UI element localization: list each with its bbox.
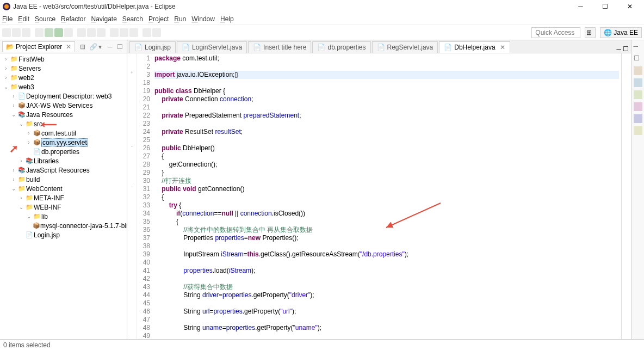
tree-twisty-icon[interactable]: › [10, 167, 17, 173]
forward-button[interactable] [152, 28, 161, 37]
tree-item[interactable]: ›📦JAX-WS Web Services [0, 101, 127, 110]
project-explorer-tab[interactable]: 📂 Project Explorer ✕ [2, 41, 75, 52]
tree-twisty-icon[interactable]: ⌄ [17, 204, 25, 210]
tree-item[interactable]: ⌄📁WEB-INF [0, 202, 127, 212]
restore-icon[interactable]: ☐ [634, 54, 642, 63]
new-class-button[interactable] [97, 28, 106, 37]
marker-gutter[interactable]: +-- [127, 53, 137, 339]
tree-item[interactable]: ›📁META-INF [0, 193, 127, 202]
tree-item[interactable]: ›📁Servers [0, 64, 127, 73]
menu-source[interactable]: Source [35, 15, 55, 23]
editor-tab[interactable]: 📄Login.jsp [129, 41, 176, 53]
editor-tab[interactable]: 📄LoginServlet.java [177, 41, 247, 53]
tree-item[interactable]: ›📁web2 [0, 73, 127, 82]
line-number-gutter[interactable]: 1231819202122232425262728293031323334353… [137, 53, 152, 339]
build-button[interactable] [35, 28, 44, 37]
tree-item[interactable]: ⌄📁WebContent [0, 184, 127, 193]
tree-item[interactable]: 📄db.properties [0, 147, 127, 156]
tree-twisty-icon[interactable]: › [25, 130, 33, 136]
maximize-button[interactable]: ☐ [593, 1, 617, 13]
view-menu-icon[interactable]: ▾ [98, 43, 106, 51]
servers-icon[interactable] [634, 90, 642, 99]
tree-item[interactable]: ›📚JavaScript Resources [0, 165, 127, 175]
new-server-button[interactable] [77, 28, 86, 37]
project-tree[interactable]: ⟵ ➚ ›📁FirstWeb›📁Servers›📁web2⌄📁web3›📄Dep… [0, 53, 127, 339]
minimize-view-icon[interactable]: ─ [108, 43, 115, 51]
tree-twisty-icon[interactable]: ⌄ [10, 186, 17, 192]
editor-tab[interactable]: 📄DbHelper.java✕ [439, 41, 510, 53]
tree-twisty-icon[interactable]: ⌄ [2, 84, 10, 90]
tree-item[interactable]: ⌄📁src [0, 119, 127, 128]
maximize-view-icon[interactable]: ☐ [117, 43, 125, 51]
run-button[interactable] [54, 28, 63, 37]
editor-tab[interactable]: 📄db.properties [312, 41, 370, 53]
tree-twisty-icon[interactable]: › [17, 158, 25, 164]
maximize-editor-icon[interactable]: ☐ [623, 45, 629, 53]
tree-item[interactable]: 📄Login.jsp [0, 230, 127, 240]
eclipse-icon [2, 2, 11, 11]
editor-tab[interactable]: 📄RegServlet.java [372, 41, 438, 53]
tree-item[interactable]: ⌄📚Java Resources [0, 110, 127, 119]
tree-twisty-icon[interactable]: › [10, 93, 17, 99]
tree-twisty-icon[interactable]: ⌄ [10, 112, 17, 118]
tree-twisty-icon[interactable]: › [25, 139, 33, 145]
menu-search[interactable]: Search [122, 15, 143, 23]
menu-run[interactable]: Run [174, 15, 186, 23]
tree-item-label: Java Resources [26, 111, 73, 119]
tree-item[interactable]: ›📁FirstWeb [0, 54, 127, 64]
tree-item[interactable]: ⌄📁lib [0, 212, 127, 221]
open-perspective-button[interactable]: ⊞ [585, 27, 596, 38]
tree-item[interactable]: ›📚Libraries [0, 156, 127, 165]
minimize-button[interactable]: ─ [568, 1, 593, 13]
menu-file[interactable]: File [2, 15, 13, 23]
perspective-javaee[interactable]: 🌐 Java EE [600, 27, 642, 38]
tree-item[interactable]: ›📁build [0, 175, 127, 184]
close-view-icon[interactable]: ✕ [66, 43, 71, 51]
debug-button[interactable] [45, 28, 53, 37]
save-all-button[interactable] [22, 28, 30, 37]
tree-twisty-icon[interactable]: › [10, 102, 17, 108]
close-tab-icon[interactable]: ✕ [500, 44, 505, 51]
save-button[interactable] [12, 28, 21, 37]
tree-twisty-icon[interactable]: ⌄ [25, 213, 33, 219]
file-icon: 📄 [253, 44, 261, 51]
tree-item[interactable]: ›📦com.test.util [0, 128, 127, 138]
tree-item[interactable]: ›📦com.yyy.servlet [0, 138, 127, 147]
close-button[interactable]: ✕ [617, 1, 642, 13]
tree-item[interactable]: ⌄📁web3 [0, 82, 127, 91]
tree-item[interactable]: 📦mysql-connector-java-5.1.7-bin.ja [0, 221, 127, 230]
editor-tab[interactable]: 📄Insert title here [248, 41, 311, 53]
menu-refactor[interactable]: Refactor [61, 15, 85, 23]
collapse-all-icon[interactable]: ⊟ [80, 43, 88, 51]
annotation-button[interactable] [129, 28, 138, 37]
snippets-icon[interactable] [634, 114, 642, 123]
tree-twisty-icon[interactable]: › [17, 195, 25, 201]
menu-navigate[interactable]: Navigate [91, 15, 116, 23]
tree-twisty-icon[interactable]: › [2, 65, 10, 71]
menu-window[interactable]: Window [191, 15, 215, 23]
search-button[interactable] [120, 28, 128, 37]
tree-twisty-icon[interactable]: › [10, 176, 17, 182]
code-editor[interactable]: package com.test.util; import java.io.IO… [152, 53, 621, 339]
menu-edit[interactable]: Edit [18, 15, 29, 23]
back-button[interactable] [143, 28, 151, 37]
quick-access-input[interactable] [531, 27, 580, 38]
outline-icon[interactable] [634, 66, 642, 75]
menu-project[interactable]: Project [148, 15, 169, 23]
minimize-icon[interactable]: ─ [634, 42, 642, 51]
tree-item[interactable]: ›📄Deployment Descriptor: web3 [0, 91, 127, 101]
new-button[interactable] [2, 28, 11, 37]
minimize-editor-icon[interactable]: ─ [616, 45, 621, 53]
run-last-button[interactable] [64, 28, 73, 37]
tree-twisty-icon[interactable]: ⌄ [17, 121, 25, 127]
overview-ruler[interactable] [621, 53, 631, 339]
data-source-icon[interactable] [634, 102, 642, 111]
tree-twisty-icon[interactable]: › [2, 56, 10, 62]
tree-twisty-icon[interactable]: › [2, 75, 10, 81]
task-list-icon[interactable] [634, 78, 642, 87]
link-editor-icon[interactable]: 🔗 [89, 43, 97, 51]
markers-icon[interactable] [634, 126, 642, 135]
menu-help[interactable]: Help [220, 15, 234, 23]
open-type-button[interactable] [110, 28, 119, 37]
new-package-button[interactable] [87, 28, 96, 37]
